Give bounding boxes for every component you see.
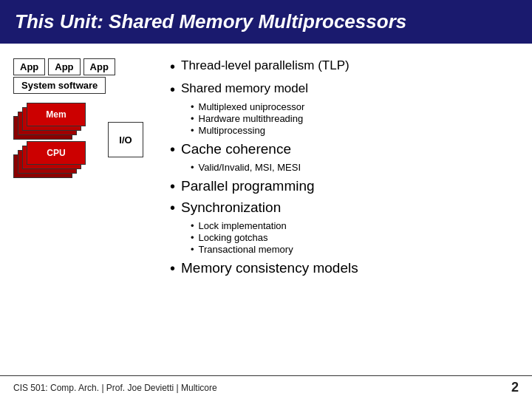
bullet-parallel: • Parallel programming (170, 177, 519, 197)
bullet-cache-text: Cache coherence (181, 140, 291, 160)
hw-diagram: Mem CPU I/O (13, 101, 154, 190)
sub-text-3: Multiprocessing (199, 125, 265, 136)
bullet-tlp: • Thread-level parallelism (TLP) (170, 57, 519, 76)
slide: This Unit: Shared Memory Multiprocessors… (0, 0, 532, 399)
bullet-dot-5: • (170, 198, 175, 217)
app-box-3: App (83, 58, 115, 75)
bullet-dot-3: • (170, 140, 175, 159)
bullet-hw-mt: • Hardware multithreading (191, 113, 519, 124)
bullet-shared-mem-text: Shared memory model (181, 80, 308, 98)
sub-dot-5: • (191, 220, 194, 231)
bullet-dot-1: • (170, 57, 175, 76)
footer-left-text: CIS 501: Comp. Arch. | Prof. Joe Deviett… (13, 383, 217, 393)
mem-label-box: Mem (27, 103, 86, 126)
slide-title: This Unit: Shared Memory Multiprocessors (0, 0, 532, 44)
sys-sw-box: System software (13, 77, 106, 94)
sub-dot-2: • (191, 113, 194, 124)
app-row: App App App (13, 58, 115, 75)
sub-dot-6: • (191, 232, 194, 243)
bullet-mux-uni: • Multiplexed uniprocessor (191, 101, 519, 112)
bullet-mem-consistency-text: Memory consistency models (181, 259, 358, 279)
sub-dot-4: • (191, 162, 194, 173)
sub-text-5: Lock implementation (199, 220, 287, 231)
bullet-parallel-text: Parallel programming (181, 177, 315, 197)
sub-text-7: Transactional memory (199, 244, 293, 255)
bullet-trans-mem: • Transactional memory (191, 244, 519, 255)
footer: CIS 501: Comp. Arch. | Prof. Joe Deviett… (0, 375, 532, 399)
sub-dot-3: • (191, 125, 194, 136)
bullet-multiproc: • Multiprocessing (191, 125, 519, 136)
bullet-lock-impl: • Lock implementation (191, 220, 519, 231)
bullets-panel: • Thread-level parallelism (TLP) • Share… (163, 51, 532, 368)
app-box-1: App (13, 58, 45, 75)
diagram-panel: App App App System software Mem (0, 51, 163, 368)
sub-dot-7: • (191, 244, 194, 255)
bullet-msi: • Valid/Invalid, MSI, MESI (191, 162, 519, 173)
io-box: I/O (108, 122, 143, 157)
bullet-shared-mem: • Shared memory model (170, 80, 519, 99)
bullet-mem-consistency: • Memory consistency models (170, 259, 519, 279)
footer-page-number: 2 (511, 380, 519, 395)
bullet-sync: • Synchronization (170, 198, 519, 218)
cpu-label-box: CPU (27, 141, 86, 165)
sub-text-4: Valid/Invalid, MSI, MESI (199, 162, 301, 173)
content-area: App App App System software Mem (0, 44, 532, 375)
bullet-dot-4: • (170, 177, 175, 196)
sub-dot-1: • (191, 101, 194, 112)
bullet-dot-6: • (170, 259, 175, 278)
bullet-tlp-text: Thread-level parallelism (TLP) (181, 57, 349, 75)
app-box-2: App (48, 58, 80, 75)
bullet-dot-2: • (170, 80, 175, 99)
sub-text-6: Locking gotchas (199, 232, 268, 243)
bullet-cache: • Cache coherence (170, 140, 519, 160)
sub-text-2: Hardware multithreading (199, 113, 304, 124)
sub-text-1: Multiplexed uniprocessor (199, 101, 305, 112)
bullet-locking-gotchas: • Locking gotchas (191, 232, 519, 243)
title-text: This Unit: Shared Memory Multiprocessors (15, 10, 406, 33)
bullet-sync-text: Synchronization (181, 198, 281, 218)
